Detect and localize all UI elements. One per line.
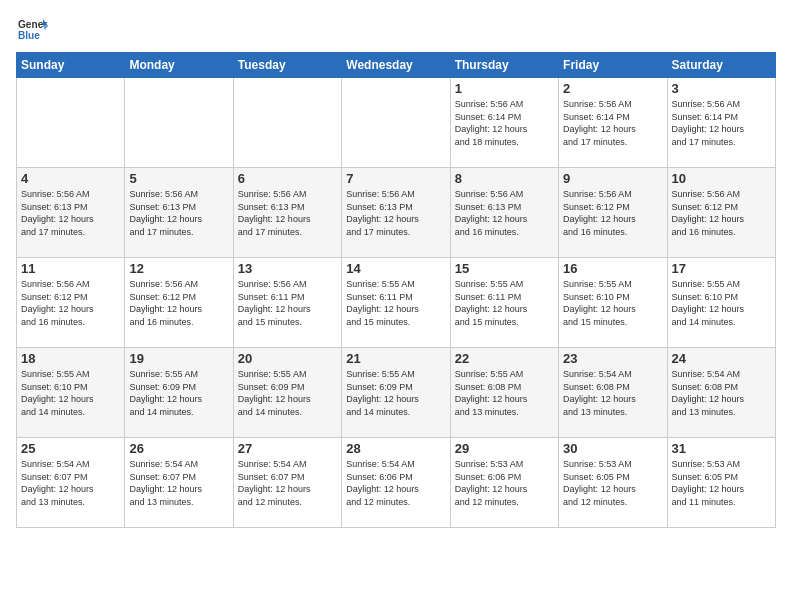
calendar-cell: 24Sunrise: 5:54 AM Sunset: 6:08 PM Dayli…: [667, 348, 775, 438]
day-number: 7: [346, 171, 445, 186]
day-number: 1: [455, 81, 554, 96]
day-number: 2: [563, 81, 662, 96]
day-number: 11: [21, 261, 120, 276]
calendar-cell: 29Sunrise: 5:53 AM Sunset: 6:06 PM Dayli…: [450, 438, 558, 528]
calendar-cell: 13Sunrise: 5:56 AM Sunset: 6:11 PM Dayli…: [233, 258, 341, 348]
day-number: 12: [129, 261, 228, 276]
cell-info: Sunrise: 5:54 AM Sunset: 6:07 PM Dayligh…: [21, 458, 120, 508]
calendar-cell: 19Sunrise: 5:55 AM Sunset: 6:09 PM Dayli…: [125, 348, 233, 438]
weekday-header-sunday: Sunday: [17, 53, 125, 78]
svg-text:Blue: Blue: [18, 30, 40, 41]
calendar-cell: 30Sunrise: 5:53 AM Sunset: 6:05 PM Dayli…: [559, 438, 667, 528]
cell-info: Sunrise: 5:55 AM Sunset: 6:09 PM Dayligh…: [346, 368, 445, 418]
day-number: 24: [672, 351, 771, 366]
cell-info: Sunrise: 5:56 AM Sunset: 6:13 PM Dayligh…: [129, 188, 228, 238]
cell-info: Sunrise: 5:54 AM Sunset: 6:08 PM Dayligh…: [563, 368, 662, 418]
calendar-cell: [125, 78, 233, 168]
day-number: 29: [455, 441, 554, 456]
calendar-cell: 28Sunrise: 5:54 AM Sunset: 6:06 PM Dayli…: [342, 438, 450, 528]
calendar-cell: 3Sunrise: 5:56 AM Sunset: 6:14 PM Daylig…: [667, 78, 775, 168]
calendar-cell: 7Sunrise: 5:56 AM Sunset: 6:13 PM Daylig…: [342, 168, 450, 258]
calendar-cell: 6Sunrise: 5:56 AM Sunset: 6:13 PM Daylig…: [233, 168, 341, 258]
week-row-4: 25Sunrise: 5:54 AM Sunset: 6:07 PM Dayli…: [17, 438, 776, 528]
cell-info: Sunrise: 5:55 AM Sunset: 6:10 PM Dayligh…: [21, 368, 120, 418]
day-number: 25: [21, 441, 120, 456]
week-row-2: 11Sunrise: 5:56 AM Sunset: 6:12 PM Dayli…: [17, 258, 776, 348]
day-number: 13: [238, 261, 337, 276]
day-number: 15: [455, 261, 554, 276]
cell-info: Sunrise: 5:55 AM Sunset: 6:10 PM Dayligh…: [563, 278, 662, 328]
day-number: 18: [21, 351, 120, 366]
cell-info: Sunrise: 5:56 AM Sunset: 6:14 PM Dayligh…: [672, 98, 771, 148]
cell-info: Sunrise: 5:56 AM Sunset: 6:13 PM Dayligh…: [238, 188, 337, 238]
weekday-header-saturday: Saturday: [667, 53, 775, 78]
calendar-cell: 4Sunrise: 5:56 AM Sunset: 6:13 PM Daylig…: [17, 168, 125, 258]
calendar-cell: 27Sunrise: 5:54 AM Sunset: 6:07 PM Dayli…: [233, 438, 341, 528]
day-number: 28: [346, 441, 445, 456]
cell-info: Sunrise: 5:56 AM Sunset: 6:13 PM Dayligh…: [346, 188, 445, 238]
calendar-cell: 14Sunrise: 5:55 AM Sunset: 6:11 PM Dayli…: [342, 258, 450, 348]
cell-info: Sunrise: 5:55 AM Sunset: 6:09 PM Dayligh…: [238, 368, 337, 418]
day-number: 30: [563, 441, 662, 456]
calendar-cell: 16Sunrise: 5:55 AM Sunset: 6:10 PM Dayli…: [559, 258, 667, 348]
calendar-cell: 12Sunrise: 5:56 AM Sunset: 6:12 PM Dayli…: [125, 258, 233, 348]
weekday-header-tuesday: Tuesday: [233, 53, 341, 78]
calendar-cell: 20Sunrise: 5:55 AM Sunset: 6:09 PM Dayli…: [233, 348, 341, 438]
cell-info: Sunrise: 5:53 AM Sunset: 6:05 PM Dayligh…: [563, 458, 662, 508]
day-number: 8: [455, 171, 554, 186]
weekday-header-monday: Monday: [125, 53, 233, 78]
calendar-cell: 18Sunrise: 5:55 AM Sunset: 6:10 PM Dayli…: [17, 348, 125, 438]
logo: General Blue: [16, 16, 48, 44]
weekday-header-row: SundayMondayTuesdayWednesdayThursdayFrid…: [17, 53, 776, 78]
calendar-cell: 9Sunrise: 5:56 AM Sunset: 6:12 PM Daylig…: [559, 168, 667, 258]
cell-info: Sunrise: 5:54 AM Sunset: 6:06 PM Dayligh…: [346, 458, 445, 508]
day-number: 10: [672, 171, 771, 186]
calendar-cell: 1Sunrise: 5:56 AM Sunset: 6:14 PM Daylig…: [450, 78, 558, 168]
week-row-0: 1Sunrise: 5:56 AM Sunset: 6:14 PM Daylig…: [17, 78, 776, 168]
calendar-cell: 31Sunrise: 5:53 AM Sunset: 6:05 PM Dayli…: [667, 438, 775, 528]
cell-info: Sunrise: 5:56 AM Sunset: 6:12 PM Dayligh…: [672, 188, 771, 238]
logo-icon: General Blue: [16, 16, 48, 44]
day-number: 16: [563, 261, 662, 276]
cell-info: Sunrise: 5:56 AM Sunset: 6:13 PM Dayligh…: [455, 188, 554, 238]
weekday-header-wednesday: Wednesday: [342, 53, 450, 78]
day-number: 4: [21, 171, 120, 186]
page-header: General Blue: [16, 16, 776, 44]
calendar-cell: 5Sunrise: 5:56 AM Sunset: 6:13 PM Daylig…: [125, 168, 233, 258]
calendar-cell: 8Sunrise: 5:56 AM Sunset: 6:13 PM Daylig…: [450, 168, 558, 258]
calendar-cell: [17, 78, 125, 168]
weekday-header-thursday: Thursday: [450, 53, 558, 78]
cell-info: Sunrise: 5:56 AM Sunset: 6:14 PM Dayligh…: [563, 98, 662, 148]
day-number: 22: [455, 351, 554, 366]
calendar-cell: 2Sunrise: 5:56 AM Sunset: 6:14 PM Daylig…: [559, 78, 667, 168]
cell-info: Sunrise: 5:56 AM Sunset: 6:11 PM Dayligh…: [238, 278, 337, 328]
cell-info: Sunrise: 5:56 AM Sunset: 6:12 PM Dayligh…: [21, 278, 120, 328]
week-row-3: 18Sunrise: 5:55 AM Sunset: 6:10 PM Dayli…: [17, 348, 776, 438]
day-number: 27: [238, 441, 337, 456]
calendar-cell: 10Sunrise: 5:56 AM Sunset: 6:12 PM Dayli…: [667, 168, 775, 258]
cell-info: Sunrise: 5:55 AM Sunset: 6:11 PM Dayligh…: [346, 278, 445, 328]
day-number: 20: [238, 351, 337, 366]
calendar-cell: 17Sunrise: 5:55 AM Sunset: 6:10 PM Dayli…: [667, 258, 775, 348]
cell-info: Sunrise: 5:53 AM Sunset: 6:06 PM Dayligh…: [455, 458, 554, 508]
day-number: 23: [563, 351, 662, 366]
calendar-cell: [342, 78, 450, 168]
cell-info: Sunrise: 5:54 AM Sunset: 6:08 PM Dayligh…: [672, 368, 771, 418]
cell-info: Sunrise: 5:55 AM Sunset: 6:08 PM Dayligh…: [455, 368, 554, 418]
week-row-1: 4Sunrise: 5:56 AM Sunset: 6:13 PM Daylig…: [17, 168, 776, 258]
calendar-body: 1Sunrise: 5:56 AM Sunset: 6:14 PM Daylig…: [17, 78, 776, 528]
weekday-header-friday: Friday: [559, 53, 667, 78]
day-number: 17: [672, 261, 771, 276]
day-number: 9: [563, 171, 662, 186]
day-number: 31: [672, 441, 771, 456]
calendar-cell: 23Sunrise: 5:54 AM Sunset: 6:08 PM Dayli…: [559, 348, 667, 438]
cell-info: Sunrise: 5:56 AM Sunset: 6:12 PM Dayligh…: [129, 278, 228, 328]
cell-info: Sunrise: 5:56 AM Sunset: 6:14 PM Dayligh…: [455, 98, 554, 148]
calendar-cell: 21Sunrise: 5:55 AM Sunset: 6:09 PM Dayli…: [342, 348, 450, 438]
day-number: 5: [129, 171, 228, 186]
cell-info: Sunrise: 5:54 AM Sunset: 6:07 PM Dayligh…: [238, 458, 337, 508]
cell-info: Sunrise: 5:56 AM Sunset: 6:12 PM Dayligh…: [563, 188, 662, 238]
day-number: 26: [129, 441, 228, 456]
calendar-cell: 25Sunrise: 5:54 AM Sunset: 6:07 PM Dayli…: [17, 438, 125, 528]
day-number: 21: [346, 351, 445, 366]
